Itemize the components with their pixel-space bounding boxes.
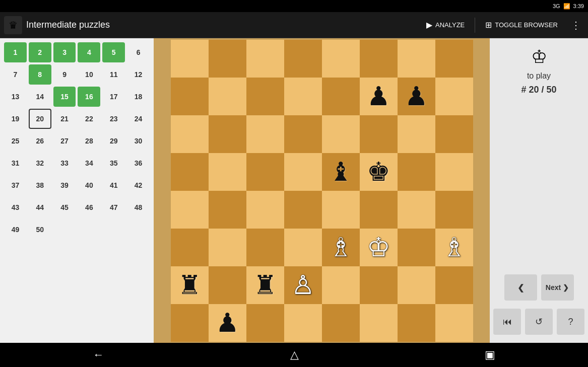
puzzle-cell-41[interactable]: 41 <box>102 175 125 195</box>
chess-cell-r6c1[interactable] <box>171 229 209 266</box>
puzzle-cell-20[interactable]: 20 <box>29 109 51 129</box>
puzzle-cell-34[interactable]: 34 <box>78 153 100 173</box>
puzzle-cell-11[interactable]: 11 <box>102 64 125 85</box>
puzzle-cell-22[interactable]: 22 <box>78 109 100 129</box>
chess-cell-r7c1[interactable]: ♜ <box>171 266 209 304</box>
puzzle-cell-28[interactable]: 28 <box>78 131 100 151</box>
puzzle-cell-5[interactable]: 5 <box>102 42 125 62</box>
chess-cell-r6c6[interactable]: ♔ <box>360 229 398 266</box>
rewind-button[interactable]: ⏮ <box>493 309 521 335</box>
chess-cell-r4c1[interactable] <box>171 153 209 191</box>
chess-cell-r4c8[interactable] <box>435 153 473 191</box>
chess-cell-r4c4[interactable] <box>284 153 322 191</box>
chess-cell-r7c6[interactable] <box>360 266 398 304</box>
chess-cell-r5c8[interactable] <box>435 191 473 229</box>
puzzle-cell-35[interactable]: 35 <box>102 153 125 173</box>
puzzle-cell-1[interactable]: 1 <box>4 42 27 62</box>
chess-cell-r3c4[interactable] <box>284 115 322 153</box>
chess-cell-r4c2[interactable] <box>209 153 246 191</box>
chess-cell-r4c6[interactable]: ♚ <box>360 153 398 191</box>
back-nav-button[interactable]: ← <box>81 344 116 365</box>
puzzle-cell-26[interactable]: 26 <box>29 131 51 151</box>
chess-cell-r6c8[interactable]: ♗ <box>435 229 473 266</box>
chess-cell-r8c1[interactable] <box>171 304 209 342</box>
more-options-button[interactable]: ⋮ <box>568 16 584 34</box>
chess-cell-r2c2[interactable] <box>209 78 246 115</box>
puzzle-cell-4[interactable]: 4 <box>78 42 100 62</box>
puzzle-cell-44[interactable]: 44 <box>29 197 51 217</box>
puzzle-cell-17[interactable]: 17 <box>102 87 125 107</box>
chess-cell-r5c3[interactable] <box>246 191 284 229</box>
chess-cell-r6c5[interactable]: ♗ <box>322 229 360 266</box>
chess-cell-r5c2[interactable] <box>209 191 246 229</box>
toggle-browser-button[interactable]: ⊞ TOGGLE BROWSER <box>479 17 564 33</box>
chess-cell-r3c8[interactable] <box>435 115 473 153</box>
chess-cell-r2c7[interactable]: ♟ <box>398 78 435 115</box>
chess-cell-r3c1[interactable] <box>171 115 209 153</box>
puzzle-cell-24[interactable]: 24 <box>127 109 150 129</box>
chess-cell-r3c6[interactable] <box>360 115 398 153</box>
puzzle-cell-42[interactable]: 42 <box>127 175 150 195</box>
puzzle-cell-40[interactable]: 40 <box>78 175 100 195</box>
puzzle-cell-43[interactable]: 43 <box>4 197 27 217</box>
puzzle-cell-46[interactable]: 46 <box>78 197 100 217</box>
puzzle-cell-15[interactable]: 15 <box>53 87 76 107</box>
puzzle-cell-6[interactable]: 6 <box>127 42 150 62</box>
chess-cell-r2c3[interactable] <box>246 78 284 115</box>
puzzle-cell-38[interactable]: 38 <box>29 175 51 195</box>
puzzle-cell-13[interactable]: 13 <box>4 87 27 107</box>
chess-cell-r1c6[interactable] <box>360 40 398 78</box>
chess-cell-r1c2[interactable] <box>209 40 246 78</box>
puzzle-cell-29[interactable]: 29 <box>102 131 125 151</box>
chess-cell-r6c2[interactable] <box>209 229 246 266</box>
puzzle-cell-30[interactable]: 30 <box>127 131 150 151</box>
chess-cell-r7c4[interactable]: ♙ <box>284 266 322 304</box>
chess-cell-r5c6[interactable] <box>360 191 398 229</box>
chess-cell-r8c5[interactable] <box>322 304 360 342</box>
puzzle-cell-39[interactable]: 39 <box>53 175 76 195</box>
chess-cell-r5c1[interactable] <box>171 191 209 229</box>
chess-cell-r8c6[interactable] <box>360 304 398 342</box>
puzzle-cell-49[interactable]: 49 <box>4 219 27 240</box>
chess-cell-r8c7[interactable] <box>398 304 435 342</box>
chess-cell-r8c8[interactable] <box>435 304 473 342</box>
chess-cell-r7c7[interactable] <box>398 266 435 304</box>
puzzle-cell-37[interactable]: 37 <box>4 175 27 195</box>
chess-cell-r7c5[interactable] <box>322 266 360 304</box>
chess-cell-r2c4[interactable] <box>284 78 322 115</box>
puzzle-cell-50[interactable]: 50 <box>29 219 51 240</box>
chess-cell-r3c2[interactable] <box>209 115 246 153</box>
chess-cell-r8c3[interactable] <box>246 304 284 342</box>
chess-cell-r3c7[interactable] <box>398 115 435 153</box>
chess-cell-r6c3[interactable] <box>246 229 284 266</box>
chess-cell-r1c1[interactable] <box>171 40 209 78</box>
chess-cell-r7c3[interactable]: ♜ <box>246 266 284 304</box>
chess-cell-r1c7[interactable] <box>398 40 435 78</box>
puzzle-cell-7[interactable]: 7 <box>4 64 27 85</box>
chess-cell-r6c4[interactable] <box>284 229 322 266</box>
puzzle-cell-12[interactable]: 12 <box>127 64 150 85</box>
chess-cell-r4c3[interactable] <box>246 153 284 191</box>
refresh-button[interactable]: ↺ <box>525 309 553 335</box>
chess-cell-r1c8[interactable] <box>435 40 473 78</box>
chess-cell-r2c5[interactable] <box>322 78 360 115</box>
chess-cell-r1c5[interactable] <box>322 40 360 78</box>
help-button[interactable]: ? <box>557 309 584 335</box>
chess-cell-r4c5[interactable]: ♝ <box>322 153 360 191</box>
chess-cell-r2c8[interactable] <box>435 78 473 115</box>
chess-cell-r1c3[interactable] <box>246 40 284 78</box>
puzzle-cell-8[interactable]: 8 <box>29 64 51 85</box>
prev-button[interactable]: ❮ <box>504 274 537 301</box>
puzzle-cell-48[interactable]: 48 <box>127 197 150 217</box>
chess-cell-r8c4[interactable] <box>284 304 322 342</box>
puzzle-cell-2[interactable]: 2 <box>29 42 51 62</box>
puzzle-cell-14[interactable]: 14 <box>29 87 51 107</box>
puzzle-cell-31[interactable]: 31 <box>4 153 27 173</box>
analyze-button[interactable]: ▶ ANALYZE <box>420 17 471 33</box>
chess-cell-r2c6[interactable]: ♟ <box>360 78 398 115</box>
chess-cell-r7c8[interactable] <box>435 266 473 304</box>
next-button[interactable]: Next ❯ <box>541 274 574 301</box>
chess-cell-r1c4[interactable] <box>284 40 322 78</box>
puzzle-cell-18[interactable]: 18 <box>127 87 150 107</box>
puzzle-cell-21[interactable]: 21 <box>53 109 76 129</box>
